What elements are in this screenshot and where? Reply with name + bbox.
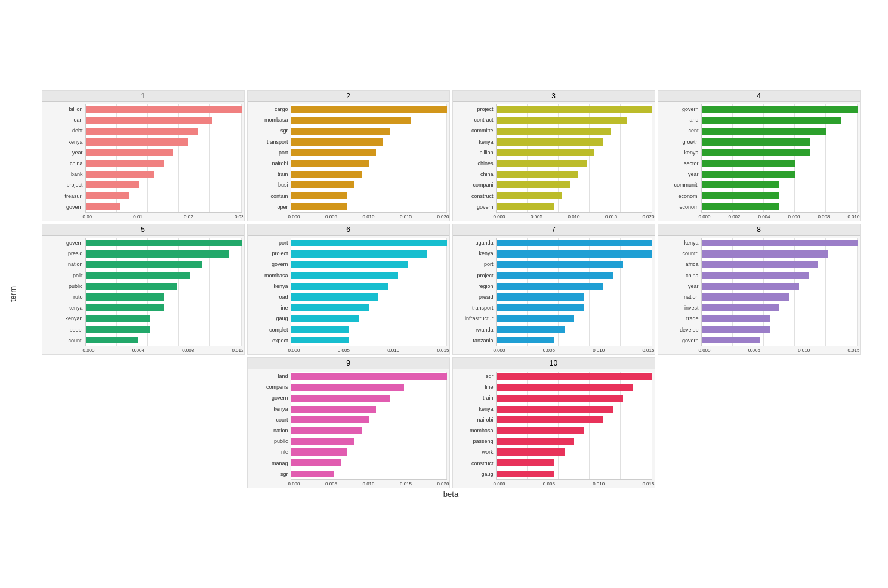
y-label: manag (272, 461, 288, 466)
x-tick-label: 0.010 (387, 348, 399, 353)
panel-title-9: 9 (248, 358, 449, 369)
bar-row (497, 447, 652, 457)
bar (291, 448, 348, 456)
y-label: debt (72, 128, 83, 134)
x-tick-label: 0.006 (788, 214, 800, 219)
y-label: land (688, 117, 698, 123)
bar (291, 181, 355, 188)
bar-row (497, 259, 652, 270)
bar (291, 373, 447, 380)
y-label: counti (68, 338, 82, 343)
x-tick-label: 0.005 (531, 214, 542, 219)
bar-row (291, 104, 447, 115)
bar (291, 395, 390, 402)
bar-row (86, 292, 242, 302)
y-label: billion (479, 150, 493, 156)
bar-row (702, 126, 858, 137)
bar-row (497, 372, 652, 382)
y-label: tanzania (473, 338, 493, 343)
bar-row (497, 457, 652, 468)
x-tick-label: 0.010 (847, 214, 859, 219)
bar-row (86, 324, 242, 335)
bar (497, 240, 652, 247)
y-label: billion (69, 107, 82, 112)
bar (497, 192, 562, 199)
x-tick-label: 0.020 (437, 481, 449, 487)
bar-row (497, 302, 652, 313)
bar (497, 438, 575, 445)
y-label: port (484, 262, 494, 267)
y-label: public (274, 439, 288, 444)
bar (291, 384, 405, 391)
bar-row (497, 201, 652, 212)
y-label: govern (272, 262, 288, 267)
y-label: port (279, 150, 288, 156)
chart-row-2: 9landcompensgovernkenyacourtnationpublic… (20, 357, 882, 488)
bar-row (702, 270, 858, 281)
x-tick-label: 0.005 (543, 481, 555, 487)
bar (497, 138, 603, 146)
bar-row (497, 190, 652, 201)
y-label: gaug (481, 472, 493, 477)
y-label: kenya (684, 240, 698, 246)
bar-row (497, 169, 652, 180)
x-axis-labels: 0.0000.0050.0100.015 (658, 346, 860, 354)
panel-title-8: 8 (658, 224, 860, 236)
bar (291, 315, 359, 322)
x-tick-label: 0.004 (758, 214, 770, 219)
panel-3: 3projectcontractcommittekenyabillionchin… (452, 90, 655, 221)
bar-row (291, 270, 447, 281)
bar-row (702, 104, 858, 115)
bar (86, 192, 130, 199)
bar (497, 160, 587, 167)
bar (291, 250, 427, 258)
bar-row (497, 249, 652, 259)
bar (702, 337, 760, 344)
bar-row (497, 335, 652, 345)
bar (86, 315, 151, 322)
bar (497, 293, 584, 301)
bar (497, 304, 584, 311)
chart-container: 1billionloandebtkenyayearchinabankprojec… (20, 90, 882, 488)
bar (497, 181, 571, 188)
x-tick-label: 0.000 (494, 214, 505, 219)
bar-row (702, 281, 858, 292)
bar (291, 406, 376, 413)
y-label: cargo (275, 107, 288, 112)
y-label: expect (272, 338, 288, 343)
y-label: compani (473, 182, 493, 188)
bar-row (497, 147, 652, 158)
y-label: presid (479, 295, 494, 300)
y-label: econom (679, 205, 698, 210)
bar (291, 171, 362, 178)
bar (497, 283, 603, 290)
bar-row (497, 137, 652, 147)
x-tick-label: 0.03 (235, 214, 244, 219)
bar-row (497, 281, 652, 292)
bar-row (291, 324, 447, 335)
y-label: kenya (68, 305, 82, 311)
panel-1: 1billionloandebtkenyayearchinabankprojec… (42, 90, 245, 221)
bar (86, 181, 140, 188)
x-axis-main-label: beta (20, 488, 882, 499)
bar (86, 138, 188, 146)
bar (497, 261, 623, 268)
x-tick-label: 0.008 (182, 348, 194, 353)
bar-row (291, 382, 447, 393)
y-label: land (278, 374, 288, 379)
bar (497, 326, 565, 333)
bar-row (702, 169, 858, 180)
panel-title-6: 6 (248, 224, 449, 236)
bar (497, 427, 584, 434)
panel-7: 7ugandakenyaportprojectregionpresidtrans… (452, 224, 655, 355)
bar (497, 373, 652, 380)
x-tick-label: 0.000 (288, 348, 300, 353)
y-label: growth (682, 140, 698, 145)
x-tick-label: 0.015 (400, 481, 412, 487)
bar-row (702, 238, 858, 249)
bar-row (291, 147, 447, 158)
bar-row (291, 313, 447, 324)
bar-row (291, 201, 447, 212)
x-tick-label: 0.00 (83, 214, 92, 219)
bar-row (702, 259, 858, 270)
